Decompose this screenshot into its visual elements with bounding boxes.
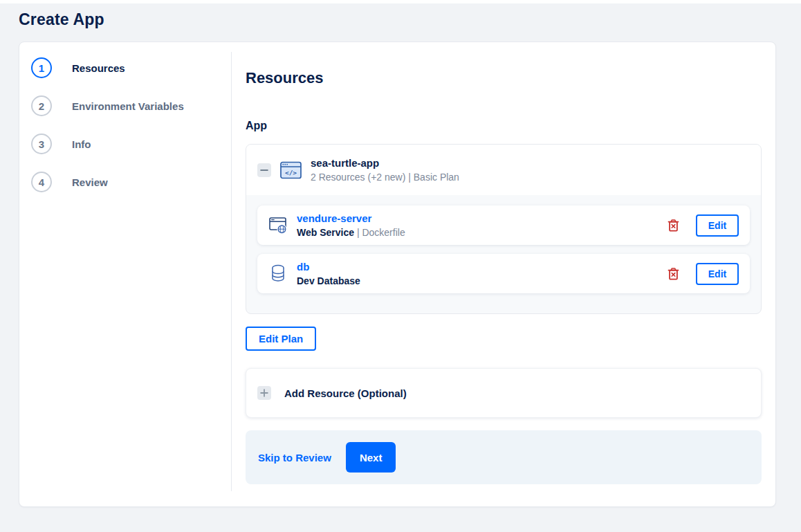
app-group-text: sea-turtle-app 2 Resources (+2 new) | Ba… (311, 156, 459, 183)
step-label: Review (72, 176, 108, 188)
edit-resource-button[interactable]: Edit (696, 214, 739, 237)
step-number-badge: 3 (31, 134, 52, 154)
app-group: </> sea-turtle-app 2 Resources (+2 new) … (246, 144, 762, 314)
resource-row: vendure-server Web Service | Dockerfile (257, 205, 750, 245)
step-environment-variables[interactable]: 2 Environment Variables (31, 95, 231, 116)
svg-text:</>: </> (285, 168, 297, 176)
wizard-stepper: 1 Resources 2 Environment Variables 3 In… (19, 42, 231, 506)
app-summary: 2 Resources (+2 new) | Basic Plan (311, 171, 459, 183)
resource-name-link[interactable]: vendure-server (297, 212, 405, 225)
skip-to-review-link[interactable]: Skip to Review (258, 452, 331, 464)
delete-resource-button[interactable] (668, 219, 679, 232)
resource-list: vendure-server Web Service | Dockerfile (246, 195, 761, 313)
step-content: Resources App </> (231, 42, 775, 506)
next-button[interactable]: Next (346, 442, 396, 473)
step-number-badge: 4 (31, 172, 52, 192)
row-actions: Edit (668, 214, 739, 237)
resource-subtitle: Dev Database (297, 275, 360, 287)
web-service-icon (268, 217, 288, 235)
resource-text: vendure-server Web Service | Dockerfile (297, 212, 405, 239)
plus-icon (259, 388, 269, 398)
wizard-footer: Skip to Review Next (246, 430, 762, 484)
row-actions: Edit (668, 263, 739, 285)
resource-type: Web Service (297, 227, 354, 238)
create-app-card: 1 Resources 2 Environment Variables 3 In… (19, 42, 776, 507)
step-label: Resources (72, 62, 125, 74)
step-number-badge: 1 (31, 57, 52, 78)
delete-resource-button[interactable] (668, 268, 679, 280)
trash-icon (668, 219, 679, 232)
step-review[interactable]: 4 Review (31, 172, 231, 192)
app-name: sea-turtle-app (311, 156, 459, 169)
resource-type: Dev Database (297, 275, 360, 286)
resource-name-link[interactable]: db (297, 261, 360, 273)
resources-heading: Resources (246, 70, 762, 86)
step-label: Info (72, 138, 91, 150)
sidebar-divider (231, 52, 232, 491)
plus-icon-wrap (257, 386, 271, 400)
edit-plan-button[interactable]: Edit Plan (246, 327, 316, 351)
trash-icon (668, 268, 679, 280)
database-icon (268, 264, 288, 283)
step-number-badge: 2 (31, 95, 52, 116)
collapse-toggle-button[interactable] (257, 163, 271, 177)
app-group-header: </> sea-turtle-app 2 Resources (+2 new) … (246, 145, 761, 195)
step-info[interactable]: 3 Info (31, 134, 231, 154)
app-section-label: App (246, 119, 762, 132)
step-label: Environment Variables (72, 100, 184, 112)
resource-text: db Dev Database (297, 261, 360, 287)
edit-resource-button[interactable]: Edit (696, 263, 739, 285)
step-resources[interactable]: 1 Resources (31, 57, 231, 78)
resource-detail: | Dockerfile (354, 227, 405, 238)
add-resource-label: Add Resource (Optional) (284, 387, 407, 399)
minus-icon (259, 165, 269, 175)
page-title: Create App (0, 3, 801, 28)
resource-row: db Dev Database Edit (257, 254, 750, 293)
add-resource-card[interactable]: Add Resource (Optional) (246, 368, 762, 418)
code-window-icon: </> (280, 161, 302, 179)
resource-subtitle: Web Service | Dockerfile (297, 226, 405, 239)
